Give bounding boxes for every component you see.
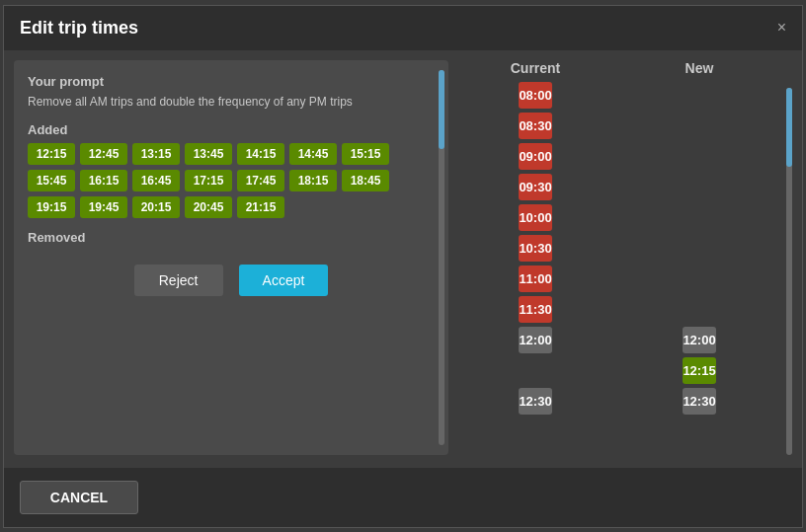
current-time-chip: 10:00 [519, 204, 551, 231]
right-scrollbar [786, 88, 792, 455]
cancel-button[interactable]: CANCEL [20, 481, 138, 514]
added-badge: 16:45 [132, 170, 180, 191]
current-column-header: Current [458, 60, 612, 76]
added-badges: 12:1512:4513:1513:4514:1514:4515:1515:45… [28, 143, 435, 218]
added-badge: 13:45 [185, 143, 232, 165]
left-scrollbar-thumb [439, 70, 444, 149]
added-badge: 13:15 [132, 143, 180, 165]
new-time-chip: 12:30 [683, 388, 715, 415]
prompt-text: Remove all AM trips and double the frequ… [28, 95, 435, 109]
added-badge: 15:45 [28, 170, 75, 191]
new-time-chip [683, 174, 715, 200]
current-time-chip: 09:00 [519, 143, 551, 170]
dialog-footer: CANCEL [4, 468, 802, 527]
new-time-chip [683, 113, 715, 139]
new-times-column: 12:0012:1512:30 [683, 82, 715, 455]
added-badge: 12:45 [80, 143, 127, 165]
new-time-chip: 12:00 [683, 327, 715, 353]
accept-button[interactable]: Accept [239, 265, 329, 296]
added-badge: 20:15 [132, 196, 180, 218]
current-time-chip: 11:00 [519, 266, 551, 292]
current-time-chip: 12:30 [519, 388, 551, 415]
dialog-body: Your prompt Remove all AM trips and doub… [4, 50, 802, 465]
added-badge: 19:45 [80, 196, 127, 218]
added-badge: 21:15 [237, 196, 284, 218]
current-times-column: 08:0008:3009:0009:3010:0010:3011:0011:30… [519, 82, 551, 455]
added-badge: 15:15 [342, 143, 389, 165]
added-badge: 20:45 [185, 196, 232, 218]
right-panel: Current 08:0008:3009:0009:3010:0010:3011… [458, 60, 792, 455]
new-time-chip [683, 296, 715, 323]
new-time-chip [683, 82, 715, 109]
removed-label: Removed [28, 230, 435, 245]
new-time-chip: 12:15 [683, 357, 715, 384]
action-buttons: Reject Accept [28, 265, 435, 296]
reject-button[interactable]: Reject [134, 265, 223, 296]
added-badge: 17:45 [237, 170, 284, 191]
left-scroll-area: Your prompt Remove all AM trips and doub… [28, 74, 435, 441]
new-column-header: New [622, 60, 776, 76]
new-time-chip [683, 266, 715, 292]
added-label: Added [28, 122, 435, 137]
current-time-chip: 09:30 [519, 174, 551, 200]
added-badge: 14:45 [289, 143, 337, 165]
added-badge: 16:15 [80, 170, 127, 191]
current-time-chip: 11:30 [519, 296, 551, 323]
right-scrollbar-thumb [786, 88, 792, 167]
dialog-title: Edit trip times [20, 18, 138, 38]
added-badge: 17:15 [185, 170, 232, 191]
left-scrollbar [439, 70, 444, 445]
close-button[interactable]: × [777, 20, 786, 36]
added-badge: 18:15 [289, 170, 337, 191]
left-panel: Your prompt Remove all AM trips and doub… [14, 60, 448, 455]
current-time-chip: 08:30 [519, 113, 551, 139]
dialog-title-bar: Edit trip times × [4, 6, 802, 50]
edit-trip-dialog: Edit trip times × Your prompt Remove all… [3, 5, 803, 528]
prompt-label: Your prompt [28, 74, 435, 89]
current-time-chip: 08:00 [519, 82, 551, 109]
current-time-chip [519, 357, 551, 384]
added-badge: 14:15 [237, 143, 284, 165]
added-badge: 19:15 [28, 196, 75, 218]
added-badge: 12:15 [28, 143, 75, 165]
new-time-chip [683, 204, 715, 231]
current-time-chip: 10:30 [519, 235, 551, 262]
added-badge: 18:45 [342, 170, 389, 191]
new-time-chip [683, 235, 715, 262]
current-time-chip: 12:00 [519, 327, 551, 353]
new-time-chip [683, 143, 715, 170]
